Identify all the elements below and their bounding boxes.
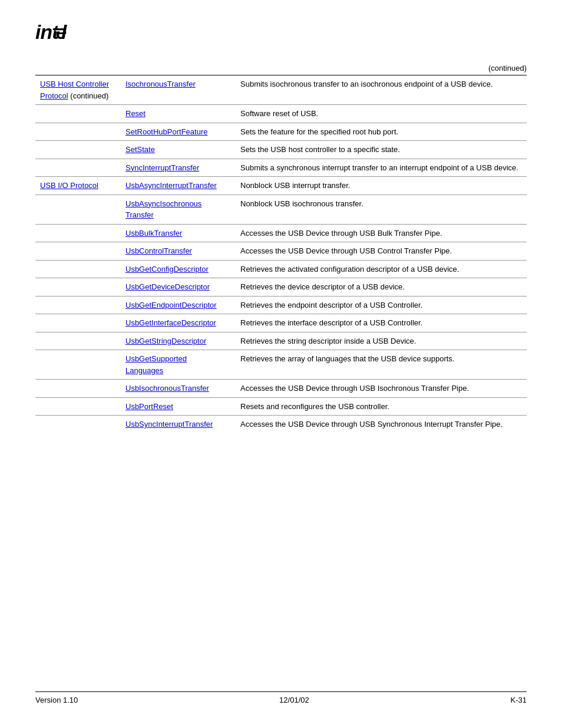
function-cell-getendpoint: UsbGetEndpointDescriptor xyxy=(121,296,236,314)
usb-get-device-descriptor-link[interactable]: UsbGetDeviceDescriptor xyxy=(125,282,210,291)
protocol-cell-empty-11 xyxy=(35,314,121,332)
protocol-cell-empty-13 xyxy=(35,350,121,380)
reset-link[interactable]: Reset xyxy=(125,109,146,118)
usb-control-transfer-link[interactable]: UsbControlTransfer xyxy=(125,246,192,255)
desc-cell-isochronous: Submits isochronous transfer to an isoch… xyxy=(236,75,527,105)
sync-interrupt-transfer-link[interactable]: SyncInterruptTransfer xyxy=(125,163,199,172)
protocol-cell-empty-3 xyxy=(35,141,121,159)
desc-cell-reset: Software reset of USB. xyxy=(236,105,527,123)
continued-label: (continued) xyxy=(35,64,527,73)
desc-cell-syncinterrupt2: Accesses the USB Device through USB Sync… xyxy=(236,416,527,433)
desc-cell-getinterface: Retrieves the interface descriptor of a … xyxy=(236,314,527,332)
function-cell-getconfig: UsbGetConfigDescriptor xyxy=(121,260,236,278)
protocol-cell-empty-14 xyxy=(35,380,121,398)
desc-cell-bulk: Accesses the USB Device through USB Bulk… xyxy=(236,224,527,242)
function-cell-syncinterrupt: SyncInterruptTransfer xyxy=(121,159,236,177)
table-row: UsbAsyncIsochronousTransfer Nonblock USB… xyxy=(35,195,527,224)
table-row: SyncInterruptTransfer Submits a synchron… xyxy=(35,159,527,177)
function-cell-syncinterrupt2: UsbSyncInterruptTransfer xyxy=(121,416,236,433)
usb-get-config-descriptor-link[interactable]: UsbGetConfigDescriptor xyxy=(125,265,209,274)
table-row: UsbPortReset Resets and reconfigures the… xyxy=(35,397,527,416)
desc-cell-portreset: Resets and reconfigures the USB controll… xyxy=(236,397,527,416)
protocol-cell-empty-16 xyxy=(35,416,121,433)
desc-cell-syncinterrupt: Submits a synchronous interrupt transfer… xyxy=(236,159,527,177)
table-row: UsbGetStringDescriptor Retrieves the str… xyxy=(35,332,527,350)
main-table: USB Host Controller Protocol (continued)… xyxy=(35,75,527,433)
desc-cell-getendpoint: Retrieves the endpoint descriptor of a U… xyxy=(236,296,527,314)
set-root-hub-port-feature-link[interactable]: SetRootHubPortFeature xyxy=(125,127,207,136)
protocol-cell-empty-9 xyxy=(35,278,121,297)
usb-get-endpoint-descriptor-link[interactable]: UsbGetEndpointDescriptor xyxy=(125,301,217,309)
usb-sync-interrupt-transfer-link[interactable]: UsbSyncInterruptTransfer xyxy=(125,420,213,429)
function-cell-setroothub: SetRootHubPortFeature xyxy=(121,123,236,141)
desc-cell-control: Accesses the USB Device through USB Cont… xyxy=(236,242,527,261)
usb-host-controller-link[interactable]: USB Host Controller xyxy=(40,80,109,88)
function-cell-getinterface: UsbGetInterfaceDescriptor xyxy=(121,314,236,332)
usb-io-protocol-link[interactable]: USB I/O Protocol xyxy=(40,181,98,190)
usb-get-interface-descriptor-link[interactable]: UsbGetInterfaceDescriptor xyxy=(125,318,216,327)
table-row: Reset Software reset of USB. xyxy=(35,105,527,123)
table-row: UsbIsochronousTransfer Accesses the USB … xyxy=(35,380,527,398)
protocol-cell-empty-8 xyxy=(35,260,121,278)
function-cell-getdevice: UsbGetDeviceDescriptor xyxy=(121,278,236,297)
protocol-cell-empty-6 xyxy=(35,224,121,242)
table-row: UsbGetSupportedLanguages Retrieves the a… xyxy=(35,350,527,380)
table-row: USB Host Controller Protocol (continued)… xyxy=(35,75,527,105)
function-cell-control: UsbControlTransfer xyxy=(121,242,236,261)
usb-get-string-descriptor-link[interactable]: UsbGetStringDescriptor xyxy=(125,337,206,345)
protocol-cell-empty-12 xyxy=(35,332,121,350)
desc-cell-getdevice: Retrieves the device descriptor of a USB… xyxy=(236,278,527,297)
intel-logo: int l e xyxy=(35,18,82,46)
protocol-cell-empty-1 xyxy=(35,105,121,123)
desc-cell-setstate: Sets the USB host controller to a specif… xyxy=(236,141,527,159)
desc-cell-getsupported: Retrieves the array of languages that th… xyxy=(236,350,527,380)
table-row: UsbGetInterfaceDescriptor Retrieves the … xyxy=(35,314,527,332)
footer-version: Version 1.10 xyxy=(35,696,78,704)
desc-cell-asyncinterrupt: Nonblock USB interrupt transfer. xyxy=(236,177,527,195)
desc-cell-asynciso: Nonblock USB isochronous transfer. xyxy=(236,195,527,224)
isochronous-transfer-link[interactable]: IsochronousTransfer xyxy=(125,80,196,88)
table-row: UsbBulkTransfer Accesses the USB Device … xyxy=(35,224,527,242)
protocol-cell-usb-io: USB I/O Protocol xyxy=(35,177,121,195)
svg-rect-4 xyxy=(55,29,61,31)
table-row: UsbGetConfigDescriptor Retrieves the act… xyxy=(35,260,527,278)
table-row: SetState Sets the USB host controller to… xyxy=(35,141,527,159)
usb-async-isochronous-transfer-link[interactable]: UsbAsyncIsochronousTransfer xyxy=(125,199,201,220)
protocol-cell-empty-2 xyxy=(35,123,121,141)
table-row: UsbSyncInterruptTransfer Accesses the US… xyxy=(35,416,527,433)
function-cell-isochronoustransfer: UsbIsochronousTransfer xyxy=(121,380,236,398)
usb-get-supported-languages-link[interactable]: UsbGetSupportedLanguages xyxy=(125,354,187,375)
desc-cell-getconfig: Retrieves the activated configuration de… xyxy=(236,260,527,278)
function-cell-getstring: UsbGetStringDescriptor xyxy=(121,332,236,350)
function-cell-asynciso: UsbAsyncIsochronousTransfer xyxy=(121,195,236,224)
usb-port-reset-link[interactable]: UsbPortReset xyxy=(125,402,173,411)
table-row: UsbControlTransfer Accesses the USB Devi… xyxy=(35,242,527,261)
usb-bulk-transfer-link[interactable]: UsbBulkTransfer xyxy=(125,229,182,238)
desc-cell-setroothub: Sets the feature for the specified root … xyxy=(236,123,527,141)
function-cell-asyncinterrupt: UsbAsyncInterruptTransfer xyxy=(121,177,236,195)
set-state-link[interactable]: SetState xyxy=(125,145,155,154)
footer-date: 12/01/02 xyxy=(279,696,309,704)
function-cell-getsupported: UsbGetSupportedLanguages xyxy=(121,350,236,380)
function-cell-bulk: UsbBulkTransfer xyxy=(121,224,236,242)
function-cell-setstate: SetState xyxy=(121,141,236,159)
function-cell-isochronous: IsochronousTransfer xyxy=(121,75,236,105)
table-row: UsbGetEndpointDescriptor Retrieves the e… xyxy=(35,296,527,314)
protocol-cell-empty-10 xyxy=(35,296,121,314)
page-footer: Version 1.10 12/01/02 K-31 xyxy=(35,691,527,704)
protocol-cell-empty-7 xyxy=(35,242,121,261)
protocol-cell-empty-15 xyxy=(35,397,121,416)
protocol-cell-usb-host: USB Host Controller Protocol (continued) xyxy=(35,75,121,105)
footer-page: K-31 xyxy=(511,696,527,704)
usb-isochronous-transfer-link[interactable]: UsbIsochronousTransfer xyxy=(125,384,209,393)
protocol-cell-empty-4 xyxy=(35,159,121,177)
protocol-cell-empty-5 xyxy=(35,195,121,224)
protocol-link[interactable]: Protocol xyxy=(40,91,68,100)
usb-async-interrupt-transfer-link[interactable]: UsbAsyncInterruptTransfer xyxy=(125,181,217,190)
table-row: SetRootHubPortFeature Sets the feature f… xyxy=(35,123,527,141)
function-cell-portreset: UsbPortReset xyxy=(121,397,236,416)
desc-cell-getstring: Retrieves the string descriptor inside a… xyxy=(236,332,527,350)
function-cell-reset: Reset xyxy=(121,105,236,123)
svg-text:e: e xyxy=(55,21,67,43)
desc-cell-isochronoustransfer: Accesses the USB Device through USB Isoc… xyxy=(236,380,527,398)
